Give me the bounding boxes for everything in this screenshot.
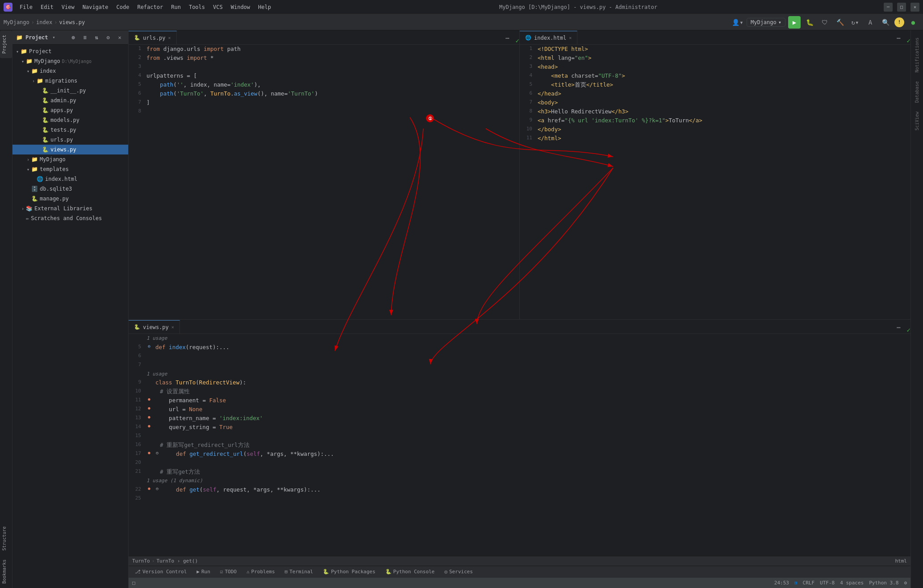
python-packages-tab[interactable]: 🐍 Python Packages — [318, 567, 380, 577]
run-label: Run — [201, 569, 210, 575]
tree-item-migrations[interactable]: › 📁 migrations — [13, 76, 128, 86]
collapse-all-button[interactable]: ≡ — [80, 33, 90, 42]
menu-bar[interactable]: File Edit View Navigate Code Refactor Ru… — [16, 3, 275, 11]
tab-index[interactable]: 🌐 index.html ✕ — [520, 31, 577, 44]
tree-item-templates[interactable]: ▾ 📁 templates — [13, 164, 128, 174]
breadcrumb-html: html — [895, 558, 907, 564]
maximize-button[interactable]: □ — [897, 3, 906, 12]
panel-toolbar: ⊕ ≡ ⇅ ⚙ ✕ — [68, 33, 125, 42]
sort-button[interactable]: ⇅ — [92, 33, 101, 42]
tree-item-tests[interactable]: 🐍 tests.py — [13, 125, 128, 135]
close-panel-button[interactable]: ✕ — [115, 33, 125, 42]
tree-item-mydjango-sub[interactable]: › 📁 MyDjango — [13, 154, 128, 164]
profile-button[interactable]: 👤▾ — [731, 16, 744, 29]
tree-item-apps[interactable]: 🐍 apps.py — [13, 105, 128, 115]
terminal-tab[interactable]: ⊟ Terminal — [280, 567, 318, 577]
index-code-content[interactable]: 1 <!DOCTYPE html> 2 <html lang="en"> 3 <… — [520, 45, 910, 319]
code-line: 9 <a href="{% url 'index:TurnTo' %}?k=1"… — [520, 116, 910, 125]
minimize-button[interactable]: ─ — [884, 3, 893, 12]
index-more-tabs[interactable]: ⋯ — [893, 32, 905, 44]
bookmarks-panel-tab[interactable]: Bookmarks — [0, 555, 12, 588]
cursor-position[interactable]: 24:53 — [774, 580, 789, 586]
tab-views-close-icon[interactable]: ✕ — [171, 325, 174, 329]
views-code-content[interactable]: 1 usage 5 ⊕ def index(request):... 6 7 — [129, 334, 910, 556]
run-button[interactable]: ▶ — [788, 16, 801, 29]
structure-panel-tab[interactable]: Structure — [0, 522, 12, 555]
expand-status-button[interactable]: □ — [132, 580, 135, 586]
code-line: 6 — [129, 352, 910, 361]
locate-button[interactable]: ⊕ — [68, 33, 78, 42]
run-config-dropdown[interactable]: MyDjango ▾ — [747, 18, 785, 27]
settings-panel-button[interactable]: ⚙ — [103, 33, 113, 42]
menu-view[interactable]: View — [58, 3, 78, 11]
notifications-tab[interactable]: Notifications — [913, 34, 921, 76]
indent-status[interactable]: 4 spaces — [840, 580, 864, 586]
breadcrumb-index[interactable]: index — [36, 19, 52, 25]
views-more-tabs[interactable]: ⋯ — [893, 321, 905, 334]
menu-code[interactable]: Code — [113, 3, 133, 11]
tab-urls[interactable]: 🐍 urls.py ✕ — [129, 31, 177, 44]
line-separator-status[interactable]: CRLF — [803, 580, 815, 586]
services-label: Services — [449, 569, 473, 575]
notification-button[interactable]: ! — [894, 17, 904, 27]
menu-tools[interactable]: Tools — [185, 3, 209, 11]
tree-item-mydjango[interactable]: ▾ 📁 MyDjango D:\MyDjango — [13, 56, 128, 66]
code-line: 8 <h3>Hello RedirectView</h3> — [520, 107, 910, 116]
run-tab[interactable]: ▶ Run — [192, 567, 215, 577]
urls-code-content[interactable]: 1 from django.urls import path 2 from .v… — [129, 45, 519, 319]
tree-item-views[interactable]: 🐍 views.py — [13, 145, 128, 154]
tree-item-init[interactable]: 🐍 __init__.py — [13, 86, 128, 96]
breadcrumb-file[interactable]: views.py — [59, 19, 85, 25]
todo-tab[interactable]: ☑ TODO — [216, 567, 241, 577]
scview-tab[interactable]: SciView — [913, 108, 921, 134]
menu-edit[interactable]: Edit — [37, 3, 57, 11]
translate-button[interactable]: A — [864, 16, 877, 29]
version-control-tab[interactable]: ⎇ Version Control — [130, 567, 191, 577]
right-sidebar-strip: Notifications Database SciView — [910, 30, 923, 588]
urls-tab-bar: 🐍 urls.py ✕ ⋯ ✓ — [129, 30, 519, 45]
coverage-button[interactable]: 🛡 — [819, 16, 831, 29]
window-controls[interactable]: ─ □ ✕ — [882, 3, 919, 12]
menu-run[interactable]: Run — [167, 3, 184, 11]
problems-tab[interactable]: ⚠ Problems — [242, 567, 280, 577]
close-button[interactable]: ✕ — [910, 3, 919, 12]
tab-index-close-icon[interactable]: ✕ — [569, 35, 572, 40]
tree-item-admin[interactable]: 🐍 admin.py — [13, 96, 128, 105]
search-button[interactable]: 🔍 — [879, 16, 892, 29]
more-tabs-button[interactable]: ⋯ — [501, 32, 514, 44]
menu-window[interactable]: Window — [227, 3, 254, 11]
index-html-label: index.html — [45, 176, 77, 182]
menu-navigate[interactable]: Navigate — [79, 3, 112, 11]
menu-refactor[interactable]: Refactor — [134, 3, 167, 11]
tree-item-models[interactable]: 🐍 models.py — [13, 115, 128, 125]
tab-views[interactable]: 🐍 views.py ✕ — [129, 320, 180, 334]
settings-button[interactable]: ● — [907, 16, 919, 29]
code-line: 22 ● ⊖ def get(self, request, *args, **k… — [129, 485, 910, 494]
python-version-status[interactable]: Python 3.8 — [869, 580, 898, 586]
python-console-tab[interactable]: 🐍 Python Console — [381, 567, 439, 577]
menu-file[interactable]: File — [16, 3, 36, 11]
build-button[interactable]: 🔨 — [834, 16, 846, 29]
encoding-status[interactable]: UTF-8 — [820, 580, 835, 586]
settings-status-icon[interactable]: ⚙ — [904, 580, 907, 586]
tab-close-icon[interactable]: ✕ — [168, 35, 171, 40]
project-panel-tab[interactable]: Project — [0, 30, 12, 58]
tree-item-manage[interactable]: 🐍 manage.py — [13, 194, 128, 204]
breadcrumb-project[interactable]: MyDjango — [4, 19, 29, 25]
tree-item-index-html[interactable]: 🌐 index.html — [13, 174, 128, 184]
tree-item-scratches[interactable]: ✏️ Scratches and Consoles — [13, 213, 128, 223]
tree-item-project[interactable]: ▾ 📁 Project — [13, 46, 128, 56]
menu-vcs[interactable]: VCS — [209, 3, 226, 11]
packages-icon: 🐍 — [323, 569, 329, 575]
code-line: 10 </body> — [520, 125, 910, 134]
reload-button[interactable]: ↻▾ — [849, 16, 861, 29]
code-line: 2 <html lang="en"> — [520, 54, 910, 63]
tree-item-ext-libs[interactable]: › 📚 External Libraries — [13, 204, 128, 213]
services-tab[interactable]: ◎ Services — [440, 567, 477, 577]
tree-item-index[interactable]: ▾ 📁 index — [13, 66, 128, 76]
menu-help[interactable]: Help — [255, 3, 275, 11]
debug-button[interactable]: 🐛 — [803, 16, 816, 29]
tree-item-db[interactable]: 🗄️ db.sqlite3 — [13, 184, 128, 194]
database-tab[interactable]: Database — [913, 78, 921, 106]
tree-item-urls[interactable]: 🐍 urls.py — [13, 135, 128, 145]
